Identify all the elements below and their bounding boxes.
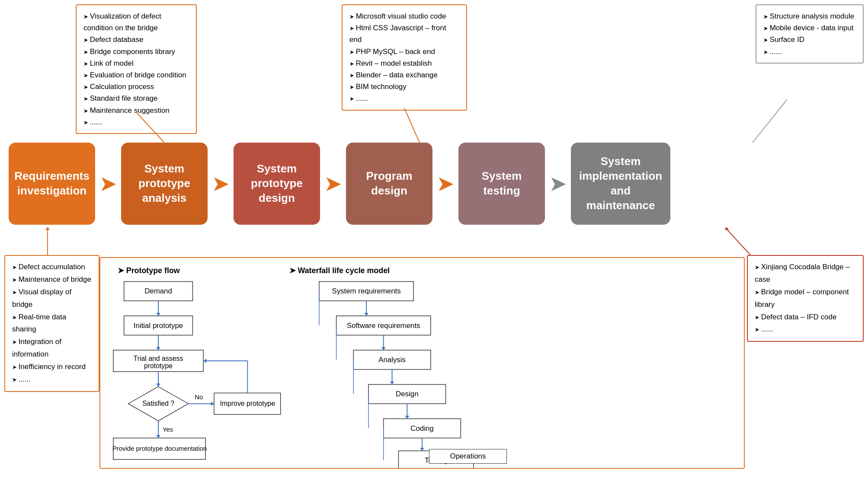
demand-label: Demand — [144, 287, 172, 295]
flow-box-label: Program design — [355, 169, 424, 198]
arrow-head — [364, 313, 368, 316]
list-item: PHP MySQL – back end — [349, 46, 459, 57]
flow-box-program-design: Program design — [346, 143, 432, 225]
trial-assess-label-1: Trial and assess — [134, 355, 183, 362]
list-item: Mobile device - data input — [763, 22, 856, 34]
flow-box-label: Systemprototypeanalysis — [138, 162, 190, 205]
list-item: ...... — [12, 373, 92, 386]
list-item: ...... — [755, 323, 856, 336]
arrow-head — [203, 359, 206, 363]
connector-line — [727, 229, 750, 255]
arrow-head — [405, 416, 409, 419]
list-item: Link of model — [83, 57, 189, 69]
arrow-icon: ➤ — [99, 173, 117, 194]
satisfied-label: Satisfied ? — [142, 400, 174, 407]
arrow-icon: ➤ — [324, 173, 342, 194]
top-info-box-2: Microsoft visual studio code Html CSS Ja… — [342, 4, 467, 111]
improve-prototype-label: Improve prototype — [220, 400, 275, 407]
flow-box-prototype-analysis: Systemprototypeanalysis — [121, 143, 208, 225]
list-item: ...... — [349, 92, 459, 104]
arrow-1: ➤ — [95, 175, 121, 192]
connector-line — [404, 108, 420, 143]
list-item: ...... — [83, 116, 189, 128]
arrow-3: ➤ — [320, 175, 346, 192]
arrow-icon: ➤ — [211, 173, 230, 194]
flow-box-label: Requirementsinvestigation — [14, 169, 89, 198]
list-item: Bridge components library — [83, 46, 189, 57]
flow-box-label: System testing — [467, 169, 536, 198]
list-item: Surface ID — [763, 34, 856, 45]
list-item: BIM technology — [349, 81, 459, 92]
list-item: Maintenance of bridge — [12, 274, 92, 286]
arrow-head — [724, 227, 729, 230]
top-info-box-3: Structure analysis module Mobile device … — [756, 4, 864, 64]
list-item: Visualization of defectcondition on the … — [83, 10, 189, 34]
arrow-head — [420, 448, 424, 451]
operations-box: Operations — [429, 449, 507, 464]
no-label: No — [195, 394, 203, 401]
sys-req-label: System requirements — [332, 287, 400, 295]
flow-box-label: Systemprototypedesign — [251, 162, 303, 205]
flowchart-svg: ➤ Prototype flow ➤ Waterfall life cycle … — [100, 258, 744, 468]
top-info-box-1: Visualization of defectcondition on the … — [76, 4, 197, 134]
connector-line — [753, 99, 787, 143]
list-item: ...... — [763, 46, 856, 57]
arrow-4: ➤ — [432, 175, 458, 192]
arrow-head — [211, 401, 214, 406]
flow-box-prototype-design: Systemprototypedesign — [234, 143, 320, 225]
arrow-head — [156, 384, 160, 387]
list-item: Visual display of bridge — [12, 286, 92, 311]
main-flow-row: Requirementsinvestigation ➤ Systemprotot… — [4, 143, 864, 225]
analysis-label: Analysis — [378, 356, 406, 364]
flow-box-system-testing: System testing — [458, 143, 545, 225]
list-item: Html CSS Javascript – front end — [349, 22, 459, 45]
list-item: Microsoft visual studio code — [349, 10, 459, 22]
proto-flow-title: ➤ Prototype flow — [118, 266, 180, 275]
arrow-2: ➤ — [208, 175, 234, 192]
bottom-right-info-box: Xinjiang Cocodala Bridge – case Bridge m… — [747, 255, 864, 342]
list-item: Defect data – IFD code — [755, 311, 856, 324]
list-item: Revit – model establish — [349, 57, 459, 69]
flow-box-requirements: Requirementsinvestigation — [9, 143, 95, 225]
bottom-flowchart-container: ➤ Prototype flow ➤ Waterfall life cycle … — [99, 257, 745, 469]
flow-box-implementation: Systemimplementationandmaintenance — [571, 143, 670, 225]
arrow-5: ➤ — [545, 175, 571, 192]
waterfall-title: ➤ Waterfall life cycle model — [289, 266, 390, 275]
arrow-head — [156, 347, 160, 350]
yes-label: Yes — [163, 426, 173, 433]
arrow-icon: ➤ — [549, 173, 567, 194]
list-item: Standard file storage — [83, 92, 189, 104]
arrow-head — [156, 435, 160, 438]
list-item: Inefficiency in record — [12, 361, 92, 373]
list-item: Integration of information — [12, 336, 92, 361]
list-item: Defect accumulation — [12, 261, 92, 274]
sw-req-label: Software requirements — [347, 322, 420, 330]
arrow-head — [156, 313, 160, 316]
list-item: Defect database — [83, 34, 189, 45]
design-label: Design — [396, 390, 418, 398]
list-item: Maintenance suggestion — [83, 105, 189, 116]
list-item: Structure analysis module — [763, 10, 856, 22]
list-item: Bridge model – component library — [755, 286, 856, 311]
provide-docs-label: Provide prototype documentation — [112, 445, 207, 452]
arrow-icon: ➤ — [436, 173, 455, 194]
list-item: Real-time data sharing — [12, 311, 92, 336]
arrow-head — [390, 382, 394, 385]
bottom-left-info-box: Defect accumulation Maintenance of bridg… — [4, 255, 99, 392]
list-item: Calculation process — [83, 81, 189, 92]
trial-assess-label-2: prototype — [144, 362, 173, 369]
list-item: Xinjiang Cocodala Bridge – case — [755, 261, 856, 286]
initial-prototype-label: Initial prototype — [134, 322, 183, 330]
arrow-head — [45, 227, 50, 230]
flow-box-label: Systemimplementationandmaintenance — [579, 154, 662, 213]
coding-label: Coding — [410, 424, 433, 433]
list-item: Evaluation of bridge condition — [83, 69, 189, 81]
list-item: Blender – data exchange — [349, 69, 459, 81]
arrow-head — [381, 347, 386, 350]
